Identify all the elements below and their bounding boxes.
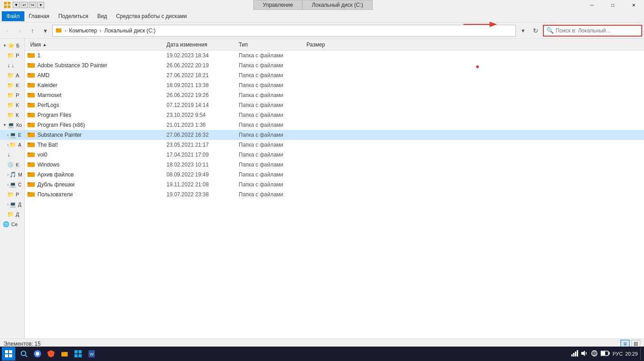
toolbar: ‹ › ↑ ▾ › Компьютер › Локальный диск (C:… (0, 23, 644, 39)
file-type: Папка с файлами (239, 112, 306, 118)
quick-btn-2[interactable]: ↩ (21, 2, 28, 8)
svg-rect-55 (573, 353, 575, 356)
svg-rect-64 (609, 352, 610, 355)
table-row[interactable]: Marmoset 26.06.2022 19:26 Папка с файлам… (25, 90, 644, 100)
svg-rect-57 (577, 350, 578, 356)
sidebar-item-2[interactable]: ↓ ↓ (0, 60, 24, 70)
sidebar-item-7[interactable]: 📁 К (0, 110, 24, 120)
expand-button[interactable]: ▾ (40, 25, 51, 36)
folder-icon (27, 121, 36, 129)
sidebar-item-disk-k[interactable]: 💿 К (0, 160, 24, 170)
svg-rect-10 (28, 63, 30, 65)
table-row[interactable]: Program Files (x86) 21.01.2023 1:36 Папк… (25, 120, 644, 130)
sidebar-item-6[interactable]: 📁 К (0, 100, 24, 110)
sidebar-item-drive-e[interactable]: › 💻 E (0, 130, 24, 140)
taskbar-show-desktop[interactable] (640, 347, 642, 360)
sidebar-item-down[interactable]: ↓ (0, 150, 24, 160)
file-name: AMD (37, 72, 167, 79)
dropdown-button[interactable]: ▼ (518, 25, 528, 36)
forward-button[interactable]: › (14, 25, 25, 36)
svg-rect-40 (9, 354, 12, 357)
maximize-button[interactable]: □ (602, 0, 623, 10)
taskbar-clock[interactable]: 20:29 (625, 351, 638, 356)
table-row[interactable]: PerfLogs 07.12.2019 14:14 Папка с файлам… (25, 100, 644, 110)
menu-share[interactable]: Поделиться (54, 11, 93, 21)
minimize-button[interactable]: ─ (582, 0, 602, 10)
col-name-header[interactable]: Имя ▲ (27, 42, 167, 48)
table-row[interactable]: Архив файлов 08.09.2022 19:49 Папка с фа… (25, 170, 644, 180)
quick-btn-1[interactable]: ▼ (13, 2, 20, 8)
address-bar[interactable]: › Компьютер › Локальный диск (C:) (52, 25, 516, 37)
back-button[interactable]: ‹ (2, 25, 13, 36)
folder-icon (27, 171, 36, 179)
sidebar-item-c[interactable]: › 💻 С (0, 180, 24, 190)
menu-bar: Файл Главная Поделиться Вид Средства раб… (0, 10, 644, 23)
table-row[interactable]: Kaleider 18.09.2021 13:38 Папка с файлам… (25, 80, 644, 90)
menu-home[interactable]: Главная (24, 11, 54, 21)
svg-rect-24 (28, 133, 30, 134)
sidebar-item-music[interactable]: › 🎵 М (0, 170, 24, 180)
sidebar-item-network[interactable]: 🌐 Се (0, 219, 24, 229)
quick-btn-4[interactable]: ▾ (37, 2, 44, 8)
search-input[interactable] (556, 28, 639, 34)
start-button[interactable] (2, 347, 15, 361)
table-row[interactable]: Substance Painter 27.06.2022 16:32 Папка… (25, 130, 644, 140)
taskbar-word[interactable]: W (85, 347, 98, 360)
col-date-header[interactable]: Дата изменения (167, 42, 239, 48)
taskbar-windows[interactable] (71, 347, 85, 360)
tab-location[interactable]: Локальный диск (C:) (302, 0, 373, 10)
svg-rect-34 (28, 182, 30, 184)
taskbar-search[interactable] (17, 347, 31, 360)
table-row[interactable]: The Bat! 23.05.2021 21:17 Папка с файлам… (25, 140, 644, 150)
sidebar-item-j2[interactable]: 📁 Д (0, 209, 24, 219)
close-button[interactable]: ✕ (623, 0, 644, 10)
sidebar-item-1[interactable]: 📁 Р (0, 51, 24, 60)
table-row[interactable]: Program Files 23.10.2022 9:54 Папка с фа… (25, 110, 644, 120)
file-date: 19.11.2022 21:08 (167, 181, 239, 188)
menu-view[interactable]: Вид (93, 11, 111, 21)
breadcrumb-drive[interactable]: Локальный диск (C:) (104, 28, 156, 34)
svg-rect-8 (28, 53, 30, 55)
sidebar-item-drive-a[interactable]: › 📁 А (0, 140, 24, 150)
table-row[interactable]: Adobe Substance 3D Painter 26.06.2022 20… (25, 60, 644, 70)
svg-rect-16 (28, 93, 30, 94)
refresh-button[interactable]: ↻ (530, 25, 541, 36)
menu-disk-tools[interactable]: Средства работы с дисками (111, 11, 191, 21)
menu-file[interactable]: Файл (2, 11, 24, 21)
file-type: Папка с файлами (239, 82, 306, 88)
file-date: 19.02.2023 18:34 (167, 52, 239, 59)
table-row[interactable]: 1 19.02.2023 18:34 Папка с файлами (25, 51, 644, 60)
table-row[interactable]: Дубль флешки 19.11.2022 21:08 Папка с фа… (25, 180, 644, 190)
quick-btn-3[interactable]: ↪ (29, 2, 36, 8)
table-row[interactable]: AMD 27.06.2022 18:21 Папка с файлами (25, 70, 644, 80)
tab-manage[interactable]: Управление (253, 0, 302, 10)
search-box[interactable]: 🔍 (543, 25, 642, 37)
file-type: Папка с файлами (239, 171, 306, 178)
sidebar-item-computer[interactable]: ▼ 💻 Ко (0, 120, 24, 130)
sidebar-item-j1[interactable]: › 💻 Д (0, 199, 24, 209)
taskbar-explorer[interactable] (58, 347, 71, 360)
breadcrumb-separator-1: › (65, 28, 66, 34)
file-type: Папка с файлами (239, 102, 306, 108)
table-row[interactable]: Windows 18.02.2023 10:11 Папка с файлами (25, 160, 644, 170)
breadcrumb-computer[interactable]: Компьютер (69, 28, 97, 34)
window-controls: ─ □ ✕ (582, 0, 644, 10)
svg-rect-54 (571, 354, 573, 356)
quick-access[interactable]: ▼ ↩ ↪ ▾ (13, 2, 44, 8)
col-size-header[interactable]: Размер (306, 42, 352, 48)
table-row[interactable]: vol0 17.04.2021 17:09 Папка с файлами (25, 150, 644, 160)
up-button[interactable]: ↑ (27, 25, 38, 36)
table-row[interactable]: Пользователи 19.07.2022 23:38 Папка с фа… (25, 190, 644, 199)
file-date: 19.07.2022 23:38 (167, 191, 239, 198)
sidebar-item-f[interactable]: 📁 Р (0, 190, 24, 199)
sidebar-item-quickaccess[interactable]: ▼ ⭐ Б (0, 41, 24, 51)
taskbar-brave[interactable] (44, 347, 58, 360)
sidebar-item-5[interactable]: 📁 Р (0, 90, 24, 100)
col-type-header[interactable]: Тип (239, 42, 306, 48)
sidebar-item-4[interactable]: 📁 К (0, 80, 24, 90)
folder-icon (27, 72, 36, 79)
sidebar-item-3[interactable]: 📁 А (0, 70, 24, 80)
svg-rect-56 (575, 352, 576, 356)
svg-point-44 (36, 352, 39, 356)
taskbar-chrome[interactable] (31, 347, 44, 360)
